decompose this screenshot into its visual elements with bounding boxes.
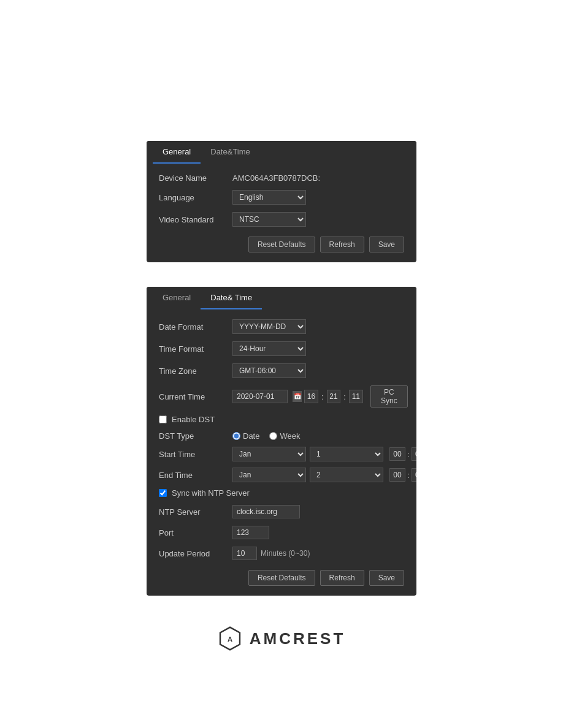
dst-type-radios: Date Week [232, 431, 300, 441]
start-month-select[interactable]: JanFebMarApr MayJunJulAug SepOctNovDec [232, 447, 306, 461]
start-time-row: Start Time JanFebMarApr MayJunJulAug Sep… [159, 447, 404, 461]
end-time-fields: JanFebMarApr MayJunJulAug SepOctNovDec 1… [232, 468, 416, 482]
start-min-box[interactable]: 00 [412, 447, 416, 461]
device-name-label: Device Name [159, 173, 232, 183]
end-time-row: End Time JanFebMarApr MayJunJulAug SepOc… [159, 468, 404, 482]
end-month-select[interactable]: JanFebMarApr MayJunJulAug SepOctNovDec [232, 468, 306, 482]
refresh-button-2[interactable]: Refresh [320, 570, 364, 586]
time-format-select[interactable]: 24-Hour 12-Hour [232, 341, 306, 356]
port-row: Port [159, 526, 404, 539]
start-time-label: Start Time [159, 450, 232, 459]
min-box[interactable]: 21 [327, 390, 341, 403]
dst-type-label: DST Type [159, 431, 232, 441]
panel2-btn-row: Reset Defaults Refresh Save [159, 570, 404, 586]
date-format-select[interactable]: YYYY-MM-DD MM-DD-YYYY DD-MM-YYYY [232, 319, 306, 334]
hour-box[interactable]: 16 [304, 390, 318, 403]
general-panel: General Date&Time Device Name AMC064A3FB… [147, 141, 416, 262]
tab-general-1[interactable]: General [153, 141, 201, 164]
current-time-row: Current Time 📅 16 : 21 : 11 PC Sync [159, 385, 404, 408]
minutes-hint: Minutes (0~30) [261, 549, 310, 558]
start-time-fields: JanFebMarApr MayJunJulAug SepOctNovDec 1… [232, 447, 416, 461]
update-period-label: Update Period [159, 549, 232, 558]
panel1-body: Device Name AMC064A3FB0787DCB: Language … [147, 164, 416, 262]
date-format-label: Date Format [159, 322, 232, 332]
time-zone-label: Time Zone [159, 366, 232, 376]
dst-date-radio[interactable] [232, 432, 240, 440]
sync-ntp-label: Sync with NTP Server [172, 488, 250, 498]
start-hour-box[interactable]: 00 [389, 447, 405, 461]
current-date-input[interactable] [232, 390, 288, 403]
language-label: Language [159, 193, 232, 202]
panel1-tab-bar: General Date&Time [147, 141, 416, 164]
save-button-1[interactable]: Save [369, 237, 404, 252]
logo-text: AMCREST [250, 629, 346, 648]
dst-week-label: Week [280, 431, 300, 441]
amcrest-logo-icon: A [218, 626, 242, 651]
video-standard-label: Video Standard [159, 215, 232, 224]
end-min-box[interactable]: 00 [412, 468, 416, 482]
enable-dst-label: Enable DST [172, 415, 215, 424]
tab-general-2[interactable]: General [153, 287, 201, 309]
dst-date-radio-label[interactable]: Date [232, 431, 259, 441]
refresh-button-1[interactable]: Refresh [320, 237, 364, 252]
dst-week-radio-label[interactable]: Week [269, 431, 300, 441]
video-standard-row: Video Standard NTSC PAL [159, 212, 404, 227]
port-input[interactable] [232, 526, 269, 539]
panel1-btn-row: Reset Defaults Refresh Save [159, 237, 404, 252]
current-time-label: Current Time [159, 392, 232, 401]
panel2-body: Date Format YYYY-MM-DD MM-DD-YYYY DD-MM-… [147, 309, 416, 596]
ntp-server-row: NTP Server [159, 505, 404, 518]
logo-area: A AMCREST [218, 626, 346, 651]
enable-dst-row: Enable DST [159, 415, 404, 424]
device-name-row: Device Name AMC064A3FB0787DCB: [159, 173, 404, 183]
language-select[interactable]: English Chinese French Spanish [232, 190, 306, 205]
save-button-2[interactable]: Save [369, 570, 404, 586]
language-row: Language English Chinese French Spanish [159, 190, 404, 205]
sync-ntp-row: Sync with NTP Server [159, 488, 404, 498]
tab-datetime-2[interactable]: Date& Time [201, 287, 262, 309]
dst-type-row: DST Type Date Week [159, 431, 404, 441]
calendar-icon[interactable]: 📅 [293, 391, 302, 402]
device-name-value: AMC064A3FB0787DCB: [232, 173, 320, 183]
sec-box[interactable]: 11 [349, 390, 363, 403]
pc-sync-button[interactable]: PC Sync [370, 385, 408, 408]
time-zone-select[interactable]: GMT-06:00 GMT+00:00 GMT-05:00 [232, 363, 306, 378]
sync-ntp-checkbox[interactable] [159, 489, 167, 497]
end-time-label: End Time [159, 471, 232, 480]
time-format-label: Time Format [159, 344, 232, 354]
port-label: Port [159, 528, 232, 537]
update-period-input[interactable] [232, 547, 257, 560]
svg-text:A: A [228, 635, 232, 643]
current-time-inputs: 📅 16 : 21 : 11 PC Sync [232, 385, 408, 408]
reset-defaults-button-2[interactable]: Reset Defaults [248, 570, 315, 586]
date-format-row: Date Format YYYY-MM-DD MM-DD-YYYY DD-MM-… [159, 319, 404, 334]
datetime-panel: General Date& Time Date Format YYYY-MM-D… [147, 287, 416, 596]
end-hour-box[interactable]: 00 [389, 468, 405, 482]
end-day-select[interactable]: 12345 [310, 468, 383, 482]
video-standard-select[interactable]: NTSC PAL [232, 212, 306, 227]
start-day-select[interactable]: 12345 [310, 447, 383, 461]
panel2-tab-bar: General Date& Time [147, 287, 416, 309]
ntp-server-label: NTP Server [159, 507, 232, 517]
ntp-server-input[interactable] [232, 505, 300, 518]
reset-defaults-button-1[interactable]: Reset Defaults [248, 237, 315, 252]
update-period-row: Update Period Minutes (0~30) [159, 547, 404, 560]
tab-datetime-1[interactable]: Date&Time [201, 141, 260, 164]
time-zone-row: Time Zone GMT-06:00 GMT+00:00 GMT-05:00 [159, 363, 404, 378]
time-format-row: Time Format 24-Hour 12-Hour [159, 341, 404, 356]
dst-date-label: Date [243, 431, 259, 441]
enable-dst-checkbox[interactable] [159, 415, 167, 423]
dst-week-radio[interactable] [269, 432, 277, 440]
